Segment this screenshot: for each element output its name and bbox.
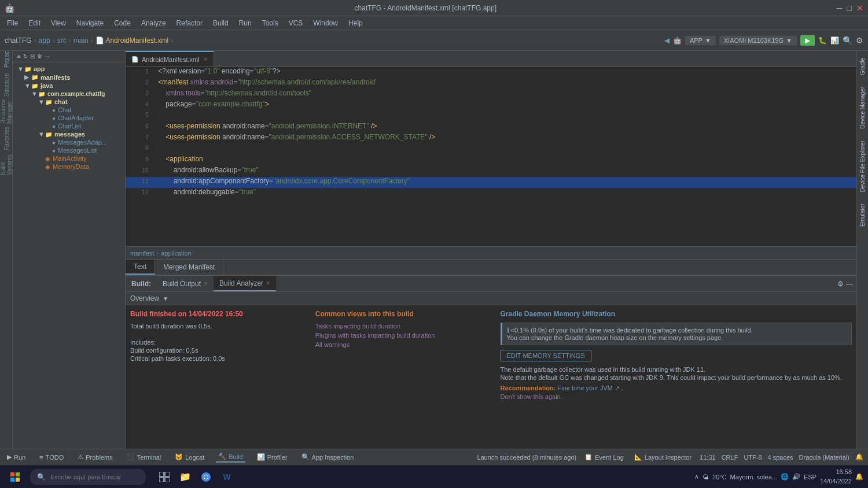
tool-app-inspection[interactable]: 🔍 App Inspection <box>299 452 356 462</box>
tab-android-manifest[interactable]: 📄 AndroidManifest.xml ✕ <box>126 51 214 66</box>
menu-edit[interactable]: Edit <box>24 18 45 28</box>
taskbar-app-files[interactable]: 📁 <box>176 468 194 486</box>
search-button[interactable]: 🔍 <box>843 36 852 45</box>
tree-item-MemoryData[interactable]: ◉ MemoryData <box>13 162 125 171</box>
volume-icon[interactable]: 🔊 <box>792 473 800 480</box>
tree-item-MainActivity[interactable]: ◉ MainActivity <box>13 154 125 162</box>
taskbar-app-task-view[interactable] <box>155 468 174 486</box>
sidebar-tab-resource-manager[interactable]: Resource Manager <box>1 106 12 117</box>
minimize-button[interactable]: ─ <box>837 3 843 13</box>
maximize-button[interactable]: □ <box>847 3 852 13</box>
tree-item-Chat[interactable]: ● Chat <box>13 106 125 114</box>
configuration-selector[interactable]: APP ▼ <box>685 36 716 45</box>
taskbar-app-word[interactable]: W <box>218 468 236 486</box>
breadcrumb-project[interactable]: chatTFG <box>5 36 32 45</box>
menu-vcs[interactable]: VCS <box>284 18 308 28</box>
right-tab-emulator[interactable]: Emulator <box>858 199 867 231</box>
tool-logcat[interactable]: 🐱 Logcat <box>172 452 207 462</box>
tab-close-manifest[interactable]: ✕ <box>203 56 208 62</box>
right-tab-device-file-explorer[interactable]: Device File Explorer <box>858 136 867 197</box>
build-analyzer-close[interactable]: ✕ <box>266 280 270 286</box>
tree-item-app[interactable]: ▼ 📁 app <box>13 65 125 73</box>
tool-build[interactable]: 🔨 Build <box>216 452 245 463</box>
right-tab-device-manager[interactable]: Device Manager <box>858 82 867 134</box>
build-link-tasks[interactable]: Tasks impacting build duration <box>315 323 491 330</box>
breadcrumb-manifest[interactable]: 📄 AndroidManifest.xml <box>95 36 168 45</box>
menu-analyze[interactable]: Analyze <box>137 18 171 28</box>
build-link-warnings[interactable]: All warnings <box>315 341 491 348</box>
taskbar-search[interactable]: 🔍 <box>30 469 146 485</box>
run-button[interactable]: ▶ <box>800 35 815 46</box>
menu-build[interactable]: Build <box>208 18 233 28</box>
config-dropdown-icon[interactable]: ▼ <box>705 37 711 44</box>
panel-collapse-icon[interactable]: ⊟ <box>30 53 35 60</box>
menu-window[interactable]: Window <box>308 18 343 28</box>
network-icon[interactable]: 🌐 <box>781 473 789 480</box>
menu-code[interactable]: Code <box>109 18 135 28</box>
debug-button[interactable]: 🐛 <box>818 36 827 45</box>
profile-button[interactable]: 📊 <box>830 36 839 45</box>
code-line-3: 3 xmlns:tools="http://schemas.android.co… <box>126 89 856 100</box>
build-link-plugins[interactable]: Plugins with tasks impacting build durat… <box>315 332 491 339</box>
tree-item-ChatAdapter[interactable]: ● ChatAdapter <box>13 114 125 122</box>
code-editor[interactable]: 1 <?xml version="1.0" encoding="utf-8"?>… <box>126 67 856 246</box>
manifest-tab-text[interactable]: Text <box>126 260 155 275</box>
tree-item-messages[interactable]: ▼ 📁 messages <box>13 130 125 138</box>
panel-menu-icon[interactable]: ≡ <box>17 53 21 60</box>
breadcrumb-src[interactable]: src <box>57 36 67 45</box>
menu-navigate[interactable]: Navigate <box>72 18 108 28</box>
tree-item-ChatList[interactable]: ● ChatList <box>13 122 125 130</box>
start-button[interactable] <box>5 467 25 487</box>
sidebar-tab-structure[interactable]: Structure <box>1 80 12 90</box>
tool-profiler[interactable]: 📊 Profiler <box>255 452 290 462</box>
settings-button[interactable]: ⚙ <box>856 36 863 45</box>
android-icon[interactable]: 🤖 <box>673 36 682 45</box>
manifest-tab-merged[interactable]: Merged Manifest <box>155 260 223 275</box>
build-tab-analyzer[interactable]: Build Analyzer ✕ <box>214 276 276 291</box>
taskbar-search-input[interactable] <box>50 474 137 480</box>
tree-item-chat[interactable]: ▼ 📁 chat <box>13 98 125 106</box>
build-panel-minimize-icon[interactable]: — <box>846 280 853 288</box>
sidebar-tab-favorites[interactable]: Favorites <box>1 133 12 143</box>
menu-refactor[interactable]: Refactor <box>172 18 207 28</box>
build-output-close[interactable]: ✕ <box>203 280 208 287</box>
menu-tools[interactable]: Tools <box>258 18 283 28</box>
dont-show-link[interactable]: Don't show this again. <box>501 393 852 400</box>
menu-view[interactable]: View <box>46 18 71 28</box>
panel-close-icon[interactable]: — <box>45 53 50 60</box>
jvm-link[interactable]: Fine tune your JVM ↗ <box>558 385 622 391</box>
device-selector[interactable]: XIAOMI M2103K19G ▼ <box>719 36 797 45</box>
close-button[interactable]: ✕ <box>856 3 863 13</box>
tool-run[interactable]: ▶ Run <box>5 452 28 462</box>
panel-settings-icon[interactable]: ⚙ <box>37 53 42 60</box>
panel-sync-icon[interactable]: ↻ <box>23 53 28 60</box>
tree-item-manifests[interactable]: ▶ 📁 manifests <box>13 73 125 82</box>
menu-help[interactable]: Help <box>344 18 367 28</box>
tool-todo[interactable]: ≡ TODO <box>37 453 66 462</box>
build-tab-output[interactable]: Build Output ✕ <box>157 276 214 291</box>
nav-icon[interactable]: ◀ <box>664 36 670 45</box>
build-settings-icon[interactable]: ⚙ <box>837 280 844 288</box>
sidebar-tab-build-variants[interactable]: Build Variants <box>1 160 12 170</box>
edit-memory-settings-button[interactable]: EDIT MEMORY SETTINGS <box>501 350 591 361</box>
sidebar-tab-project[interactable]: Project <box>1 53 12 64</box>
tool-layout-inspector[interactable]: 📐 Layout Inspector <box>632 452 694 462</box>
breadcrumb-manifest-label[interactable]: manifest <box>130 250 155 257</box>
right-tab-gradle[interactable]: Gradle <box>858 53 867 80</box>
device-dropdown-icon[interactable]: ▼ <box>786 37 792 44</box>
tree-item-MessagesAdapter[interactable]: ● MessagesAdap... <box>13 138 125 146</box>
tree-item-java[interactable]: ▼ 📁 java <box>13 82 125 90</box>
breadcrumb-main[interactable]: main <box>73 36 89 45</box>
tree-item-MessagesList[interactable]: ● MessagesList <box>13 146 125 154</box>
menu-run[interactable]: Run <box>234 18 256 28</box>
tool-event-log[interactable]: 📋 Event Log <box>582 452 626 462</box>
tool-terminal[interactable]: ⬛ Terminal <box>124 452 164 462</box>
notification-bell[interactable]: 🔔 <box>855 473 863 480</box>
overview-dropdown-icon[interactable]: ▼ <box>163 295 168 302</box>
breadcrumb-application-label[interactable]: application <box>161 250 192 257</box>
menu-file[interactable]: File <box>2 18 23 28</box>
tool-problems[interactable]: ⚠ Problems <box>75 452 115 462</box>
breadcrumb-app[interactable]: app <box>39 36 50 45</box>
taskbar-app-chrome[interactable] <box>197 468 215 486</box>
tree-item-com[interactable]: ▼ 📁 com.example.chattfg <box>13 90 125 98</box>
